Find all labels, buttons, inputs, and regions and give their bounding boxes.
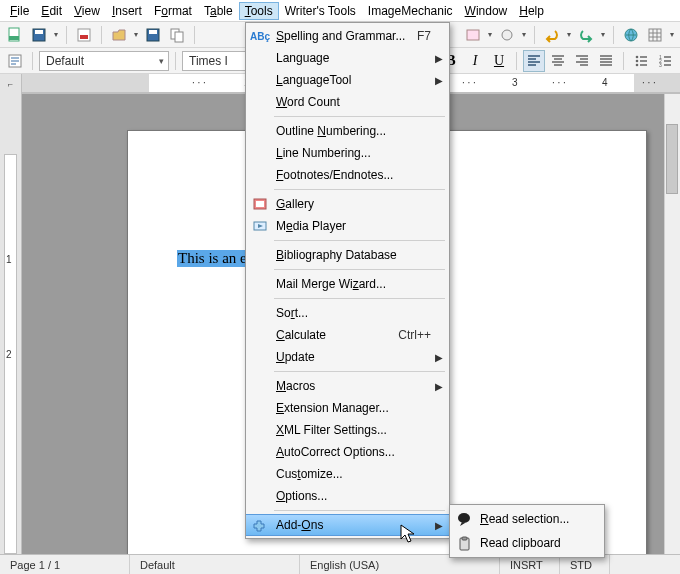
menu-item-language[interactable]: Language▶ <box>246 47 449 69</box>
tools-menu: ABç Spelling and Grammar... F7 Language▶… <box>245 22 450 539</box>
menu-writers-tools[interactable]: Writer's Tools <box>279 2 362 20</box>
bullet-list-button[interactable] <box>630 50 652 72</box>
unknown-button[interactable] <box>496 24 518 46</box>
svg-rect-5 <box>80 35 88 39</box>
menu-item-gallery[interactable]: Gallery <box>246 193 449 215</box>
undo-dropdown[interactable]: ▾ <box>565 24 573 46</box>
menu-item-sort[interactable]: Sort... <box>246 302 449 324</box>
menu-item-autocorrect[interactable]: AutoCorrect Options... <box>246 441 449 463</box>
underline-button[interactable]: U <box>488 50 510 72</box>
svg-rect-7 <box>149 30 157 34</box>
menu-item-xml-filter[interactable]: XML Filter Settings... <box>246 419 449 441</box>
reload-button[interactable] <box>166 24 188 46</box>
menu-item-calculate[interactable]: CalculateCtrl++ <box>246 324 449 346</box>
submenu-item-read-selection[interactable]: Read selection... <box>450 507 604 531</box>
number-list-button[interactable]: 123 <box>654 50 676 72</box>
menu-item-customize[interactable]: Customize... <box>246 463 449 485</box>
align-right-button[interactable] <box>571 50 593 72</box>
menu-view[interactable]: View <box>68 2 106 20</box>
gallery-icon <box>252 196 268 212</box>
submenu-arrow-icon: ▶ <box>435 75 443 86</box>
svg-rect-9 <box>175 32 183 42</box>
gallery-dropdown[interactable]: ▾ <box>486 24 494 46</box>
save-as-button[interactable] <box>142 24 164 46</box>
open-button[interactable] <box>108 24 130 46</box>
menu-separator <box>274 269 445 270</box>
save-button[interactable] <box>28 24 50 46</box>
separator <box>534 26 535 44</box>
menu-insert[interactable]: Insert <box>106 2 148 20</box>
menu-item-footnotes[interactable]: Footnotes/Endnotes... <box>246 164 449 186</box>
menu-item-media-player[interactable]: Media Player <box>246 215 449 237</box>
spellcheck-icon: ABç <box>252 28 268 44</box>
menu-item-line-numbering[interactable]: Line Numbering... <box>246 142 449 164</box>
menu-item-languagetool[interactable]: LanguageTool▶ <box>246 69 449 91</box>
separator <box>101 26 102 44</box>
vruler-mark-1: 1 <box>6 254 12 265</box>
svg-rect-26 <box>462 537 467 540</box>
menu-help[interactable]: Help <box>513 2 550 20</box>
italic-button[interactable]: I <box>464 50 486 72</box>
menu-table[interactable]: Table <box>198 2 239 20</box>
separator <box>32 52 33 70</box>
paragraph-style-combo[interactable]: Default ▾ <box>39 51 169 71</box>
svg-rect-3 <box>35 30 43 34</box>
menu-item-bibliography[interactable]: Bibliography Database <box>246 244 449 266</box>
open-dropdown[interactable]: ▾ <box>132 24 140 46</box>
svg-point-15 <box>636 55 639 58</box>
menu-file[interactable]: File <box>4 2 35 20</box>
vertical-scrollbar[interactable] <box>664 94 680 554</box>
redo-dropdown[interactable]: ▾ <box>599 24 607 46</box>
menu-item-extension-manager[interactable]: Extension Manager... <box>246 397 449 419</box>
align-center-button[interactable] <box>547 50 569 72</box>
svg-point-24 <box>458 513 470 523</box>
save-dropdown[interactable]: ▾ <box>52 24 60 46</box>
menu-item-mail-merge[interactable]: Mail Merge Wizard... <box>246 273 449 295</box>
unknown-dropdown[interactable]: ▾ <box>520 24 528 46</box>
menu-window[interactable]: Window <box>459 2 514 20</box>
vertical-ruler[interactable]: 1 2 <box>0 94 22 554</box>
menu-item-update[interactable]: Update▶ <box>246 346 449 368</box>
undo-button[interactable] <box>541 24 563 46</box>
menu-item-word-count[interactable]: Word Count <box>246 91 449 113</box>
combo-arrow-icon: ▾ <box>159 56 164 66</box>
status-style[interactable]: Default <box>130 555 300 574</box>
align-justify-button[interactable] <box>595 50 617 72</box>
menu-edit[interactable]: Edit <box>35 2 68 20</box>
align-left-button[interactable] <box>523 50 545 72</box>
svg-rect-1 <box>9 36 19 40</box>
new-doc-button[interactable] <box>4 24 26 46</box>
menu-image-mechanic[interactable]: ImageMechanic <box>362 2 459 20</box>
svg-rect-13 <box>649 29 661 41</box>
menu-format[interactable]: Format <box>148 2 198 20</box>
addon-icon <box>252 517 268 533</box>
svg-rect-22 <box>256 201 264 207</box>
export-pdf-button[interactable] <box>73 24 95 46</box>
vruler-mark-2: 2 <box>6 349 12 360</box>
grid-dropdown[interactable]: ▾ <box>668 24 676 46</box>
menu-item-outline-numbering[interactable]: Outline Numbering... <box>246 120 449 142</box>
shortcut-label: Ctrl++ <box>398 328 431 342</box>
svg-point-16 <box>636 59 639 62</box>
globe-button[interactable] <box>620 24 642 46</box>
menu-item-options[interactable]: Options... <box>246 485 449 507</box>
redo-button[interactable] <box>575 24 597 46</box>
separator <box>175 52 176 70</box>
submenu-arrow-icon: ▶ <box>435 381 443 392</box>
status-page[interactable]: Page 1 / 1 <box>0 555 130 574</box>
menu-item-spelling[interactable]: ABç Spelling and Grammar... F7 <box>246 25 449 47</box>
menu-item-addons[interactable]: Add-Ons ▶ <box>246 514 449 536</box>
menu-tools[interactable]: Tools <box>239 2 279 20</box>
menu-item-macros[interactable]: Macros▶ <box>246 375 449 397</box>
menu-separator <box>274 371 445 372</box>
svg-rect-10 <box>467 30 479 40</box>
grid-button[interactable] <box>644 24 666 46</box>
media-icon <box>252 218 268 234</box>
gallery-button[interactable] <box>462 24 484 46</box>
scrollbar-thumb[interactable] <box>666 124 678 194</box>
styles-button[interactable] <box>4 50 26 72</box>
menu-separator <box>274 510 445 511</box>
shortcut-label: F7 <box>417 29 431 43</box>
submenu-arrow-icon: ▶ <box>435 352 443 363</box>
submenu-item-read-clipboard[interactable]: Read clipboard <box>450 531 604 555</box>
